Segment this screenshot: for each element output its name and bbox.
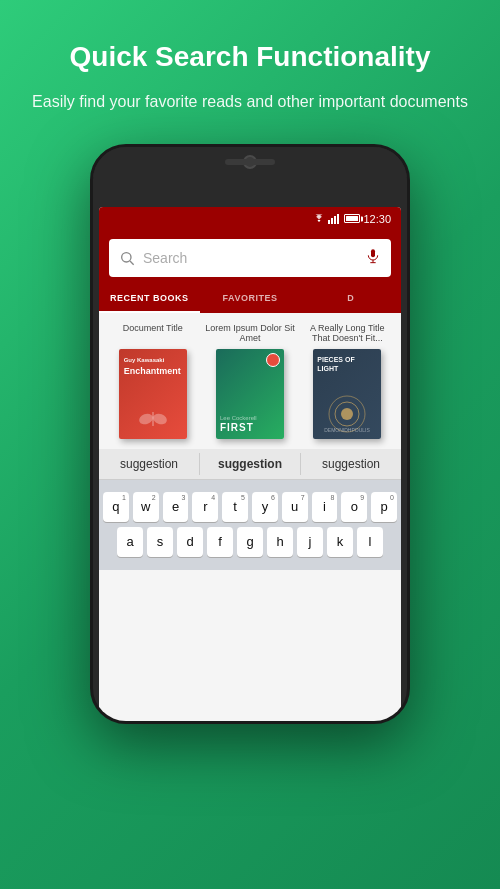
phone-frame: 12:30 Search (90, 144, 410, 724)
page-heading: Quick Search Functionality (32, 40, 468, 74)
book-art-1 (138, 409, 168, 429)
book-cover-1: Guy Kawasaki Enchantment (119, 349, 187, 439)
key-o[interactable]: 9o (341, 492, 367, 522)
key-d[interactable]: d (177, 527, 203, 557)
key-j[interactable]: j (297, 527, 323, 557)
book-card-3[interactable]: A Really Long Title That Doesn't Fit... … (302, 323, 393, 439)
suggestion-1[interactable]: suggestion (99, 453, 200, 475)
key-l[interactable]: l (357, 527, 383, 557)
book-cover-3: PIECES OF LIGHT DEMONIDHPOULIS (313, 349, 381, 439)
book-card-1[interactable]: Document Title Guy Kawasaki Enchantment (107, 323, 198, 439)
search-icon (119, 250, 135, 266)
key-g[interactable]: g (237, 527, 263, 557)
phone-top-bar (93, 147, 407, 177)
svg-point-5 (138, 412, 154, 426)
search-bar[interactable]: Search (109, 239, 391, 277)
battery-icon (344, 214, 360, 223)
key-p[interactable]: 0p (371, 492, 397, 522)
tab-extra[interactable]: D (300, 285, 401, 313)
key-k[interactable]: k (327, 527, 353, 557)
tab-favorites[interactable]: FAVORITES (200, 285, 301, 313)
book-title-2: Lorem Ipsum Dolor Sit Amet (204, 323, 295, 345)
keyboard-rows: 1q 2w 3e 4r 5t 6y 7u 8i 9o 0p a s (103, 486, 397, 557)
app-header: Search (99, 231, 401, 285)
books-grid: Document Title Guy Kawasaki Enchantment (99, 313, 401, 449)
mic-icon[interactable] (365, 248, 381, 268)
page-header: Quick Search Functionality Easily find y… (2, 0, 498, 134)
phone-mockup: 12:30 Search (90, 144, 410, 724)
book-card-2[interactable]: Lorem Ipsum Dolor Sit Amet Lee Cockerell… (204, 323, 295, 439)
signal-icon (328, 214, 339, 224)
key-y[interactable]: 6y (252, 492, 278, 522)
wifi-icon (313, 214, 325, 224)
key-i[interactable]: 8i (312, 492, 338, 522)
suggestion-2[interactable]: suggestion (200, 453, 301, 475)
key-row-1: 1q 2w 3e 4r 5t 6y 7u 8i 9o 0p (103, 492, 397, 522)
book-art-3: DEMONIDHPOULIS (322, 394, 372, 434)
status-time: 12:30 (363, 213, 391, 225)
page-subheading: Easily find your favorite reads and othe… (32, 90, 468, 114)
suggestion-3[interactable]: suggestion (301, 453, 401, 475)
key-row-2: a s d f g h j k l (103, 527, 397, 557)
key-s[interactable]: s (147, 527, 173, 557)
status-icons: 12:30 (313, 213, 391, 225)
svg-point-0 (122, 252, 131, 261)
book-badge (266, 353, 280, 367)
keyboard: 1q 2w 3e 4r 5t 6y 7u 8i 9o 0p a s (99, 480, 401, 570)
key-t[interactable]: 5t (222, 492, 248, 522)
book-cover-2: Lee Cockerell FIRST (216, 349, 284, 439)
tabs-bar: RECENT BOOKS FAVORITES D (99, 285, 401, 313)
key-e[interactable]: 3e (163, 492, 189, 522)
status-bar: 12:30 (99, 207, 401, 231)
key-u[interactable]: 7u (282, 492, 308, 522)
key-q[interactable]: 1q (103, 492, 129, 522)
svg-point-6 (151, 412, 167, 426)
svg-text:DEMONIDHPOULIS: DEMONIDHPOULIS (325, 427, 371, 433)
svg-line-1 (130, 261, 134, 265)
key-a[interactable]: a (117, 527, 143, 557)
key-r[interactable]: 4r (192, 492, 218, 522)
key-h[interactable]: h (267, 527, 293, 557)
phone-screen: 12:30 Search (99, 207, 401, 721)
key-w[interactable]: 2w (133, 492, 159, 522)
suggestions-row: suggestion suggestion suggestion (99, 449, 401, 480)
key-f[interactable]: f (207, 527, 233, 557)
phone-speaker (225, 159, 275, 165)
search-input[interactable]: Search (143, 250, 357, 266)
tab-recent-books[interactable]: RECENT BOOKS (99, 285, 200, 313)
svg-point-10 (341, 408, 353, 420)
book-title-3: A Really Long Title That Doesn't Fit... (302, 323, 393, 345)
svg-rect-2 (371, 249, 375, 257)
book-title-1: Document Title (123, 323, 183, 345)
